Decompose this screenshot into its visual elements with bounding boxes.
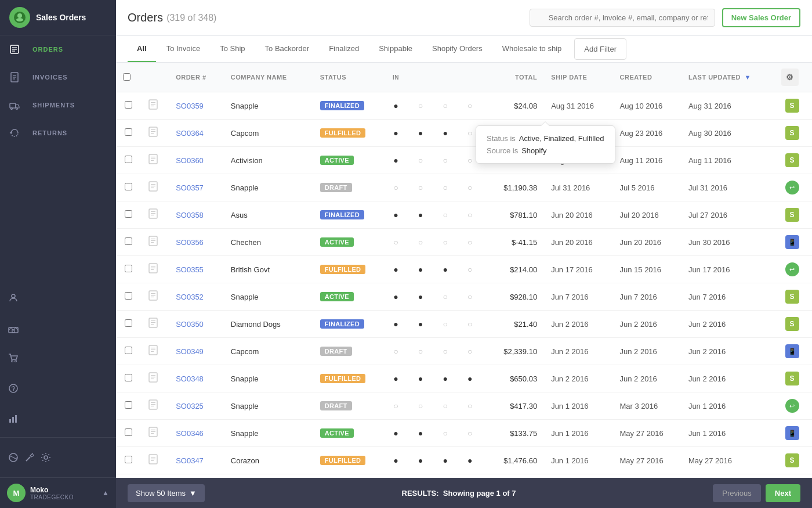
search-input[interactable] <box>530 9 715 27</box>
row-checkbox-cell[interactable] <box>116 120 142 147</box>
document-icon[interactable] <box>148 183 158 193</box>
sidebar-item-invoices[interactable]: INVOICES <box>0 63 116 91</box>
row-checkbox[interactable] <box>125 319 132 327</box>
row-checkbox[interactable] <box>125 101 132 109</box>
row-checkbox-cell[interactable] <box>116 229 142 256</box>
col-order-number[interactable]: ORDER # <box>169 63 224 92</box>
document-icon[interactable] <box>148 293 158 302</box>
order-number[interactable]: SO0360 <box>169 147 224 174</box>
document-icon[interactable] <box>148 374 158 384</box>
tab-shippable[interactable]: Shippable <box>369 36 422 62</box>
row-checkbox-cell[interactable] <box>116 420 142 447</box>
tab-to-invoice[interactable]: To Invoice <box>157 36 210 62</box>
document-icon[interactable] <box>148 211 158 221</box>
add-filter-button[interactable]: Add Filter <box>574 38 626 60</box>
row-checkbox-cell[interactable] <box>116 392 142 420</box>
row-checkbox[interactable] <box>125 456 132 463</box>
next-button[interactable]: Next <box>766 484 800 502</box>
col-last-updated[interactable]: LAST UPDATED ▼ <box>682 63 772 92</box>
order-number[interactable]: SO0325 <box>169 392 224 420</box>
row-checkbox[interactable] <box>125 183 132 190</box>
order-number[interactable]: SO0348 <box>169 365 224 392</box>
row-checkbox[interactable] <box>125 347 132 354</box>
row-checkbox-cell[interactable] <box>116 256 142 283</box>
previous-button[interactable]: Previous <box>713 484 761 502</box>
row-checkbox[interactable] <box>125 265 132 272</box>
document-icon[interactable] <box>148 129 158 139</box>
document-icon[interactable] <box>148 265 158 275</box>
order-number[interactable]: SO0355 <box>169 256 224 283</box>
document-icon[interactable] <box>148 456 158 466</box>
chevron-up-icon[interactable]: ▲ <box>102 489 109 497</box>
document-icon[interactable] <box>148 156 158 166</box>
order-number[interactable]: SO0350 <box>169 311 224 338</box>
document-icon[interactable] <box>148 320 158 330</box>
tab-shopify-orders[interactable]: Shopify Orders <box>423 36 492 62</box>
order-number[interactable]: SO0356 <box>169 229 224 256</box>
document-icon[interactable] <box>148 238 158 248</box>
tab-finalized[interactable]: Finalized <box>320 36 368 62</box>
row-checkbox[interactable] <box>125 374 132 381</box>
new-sales-order-button[interactable]: New Sales Order <box>722 8 800 27</box>
show-items-button[interactable]: Show 50 Items ▼ <box>128 484 205 502</box>
dot-3-cell: ○ <box>433 311 458 338</box>
order-number[interactable]: SO0347 <box>169 447 224 474</box>
row-checkbox-cell[interactable] <box>116 201 142 229</box>
svg-line-24 <box>26 457 30 461</box>
col-created[interactable]: CREATED <box>613 63 682 92</box>
col-company-name[interactable]: COMPANY NAME <box>224 63 313 92</box>
document-icon[interactable] <box>148 429 158 439</box>
tab-all[interactable]: All <box>128 36 156 62</box>
order-number[interactable]: SO0359 <box>169 92 224 120</box>
row-checkbox[interactable] <box>125 428 132 436</box>
tools-icon[interactable] <box>24 444 35 471</box>
document-icon[interactable] <box>148 102 158 111</box>
row-checkbox-cell[interactable] <box>116 447 142 474</box>
document-icon[interactable] <box>148 402 158 412</box>
tab-to-backorder[interactable]: To Backorder <box>256 36 319 62</box>
row-checkbox[interactable] <box>125 292 132 300</box>
order-number[interactable]: SO0358 <box>169 201 224 229</box>
row-checkbox[interactable] <box>125 128 132 136</box>
select-all-checkbox[interactable] <box>116 63 142 92</box>
settings-icon[interactable] <box>41 444 51 471</box>
order-number[interactable]: SO0357 <box>169 174 224 201</box>
sidebar-item-returns[interactable]: RETURNS <box>0 119 116 147</box>
order-number[interactable]: SO0352 <box>169 283 224 311</box>
table-settings-button[interactable]: ⚙ <box>781 69 799 86</box>
dot-1-cell: ● <box>383 420 408 447</box>
row-checkbox[interactable] <box>125 210 132 218</box>
sidebar-item-orders[interactable]: ORDERS <box>0 35 116 63</box>
row-checkbox-cell[interactable] <box>116 338 142 365</box>
contacts-icon[interactable] <box>8 284 19 312</box>
sidebar-logo: Sales Orders <box>0 0 116 35</box>
sidebar-item-shipments[interactable]: SHIPMENTS <box>0 91 116 119</box>
document-icon[interactable] <box>148 347 158 357</box>
row-checkbox-cell[interactable] <box>116 147 142 174</box>
col-status[interactable]: STATUS <box>313 63 383 92</box>
row-checkbox-cell[interactable] <box>116 92 142 120</box>
row-checkbox[interactable] <box>125 156 132 163</box>
header-checkbox[interactable] <box>123 73 130 81</box>
factory-icon[interactable] <box>8 314 19 342</box>
tab-wholesale-to-ship[interactable]: Wholesale to ship <box>493 36 571 62</box>
row-checkbox-cell[interactable] <box>116 311 142 338</box>
order-number[interactable]: SO0346 <box>169 420 224 447</box>
order-number[interactable]: SO0349 <box>169 338 224 365</box>
finance-icon[interactable] <box>8 374 19 402</box>
row-checkbox[interactable] <box>125 237 132 245</box>
col-total[interactable]: TOTAL <box>483 63 545 92</box>
cart-icon[interactable] <box>8 344 19 372</box>
col-settings[interactable]: ⚙ <box>772 63 812 92</box>
row-checkbox-cell[interactable] <box>116 283 142 311</box>
integrations-icon[interactable] <box>8 444 19 471</box>
dot-1-cell: ● <box>383 365 408 392</box>
order-number[interactable]: SO0364 <box>169 120 224 147</box>
row-checkbox-cell[interactable] <box>116 365 142 392</box>
analytics-icon[interactable] <box>8 405 19 433</box>
sidebar-user[interactable]: M Moko TRADEGECKO ▲ <box>0 477 116 508</box>
col-ship-date[interactable]: SHIP DATE <box>544 63 612 92</box>
tab-to-ship[interactable]: To Ship <box>211 36 254 62</box>
row-checkbox-cell[interactable] <box>116 174 142 201</box>
row-checkbox[interactable] <box>125 401 132 409</box>
